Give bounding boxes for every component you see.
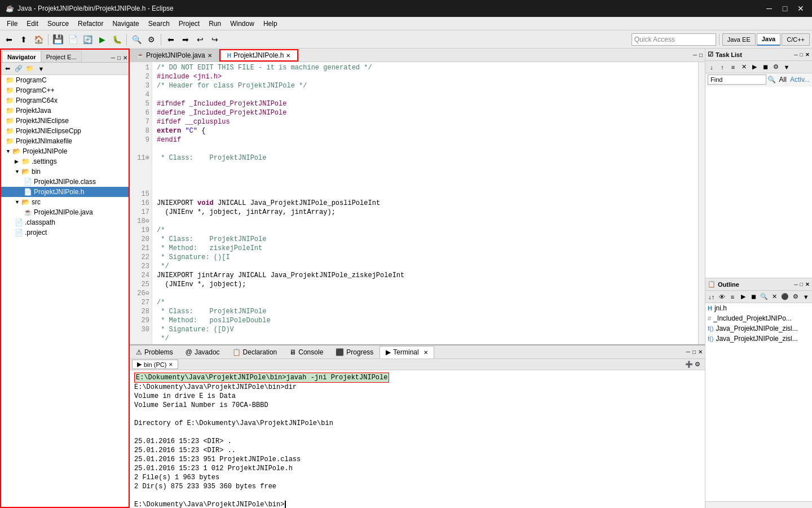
- task-find-input[interactable]: Find: [708, 75, 766, 85]
- toolbar-run-button[interactable]: ▶: [95, 33, 109, 46]
- outline-delete-icon[interactable]: ✕: [770, 292, 780, 302]
- terminal-close-icon[interactable]: ✕: [423, 349, 428, 356]
- task-settings-icon[interactable]: ⚙: [771, 62, 781, 72]
- tree-item-projektjava[interactable]: 📁 ProjektJava: [1, 106, 129, 116]
- minimize-button[interactable]: ─: [764, 4, 775, 13]
- project-tree[interactable]: 📁 ProgramC 📁 ProgramC++ 📁 ProgramC64x 📁: [1, 75, 129, 507]
- project-explorer-tab[interactable]: Project E...: [41, 51, 82, 62]
- toolbar-prev-button[interactable]: ⬅: [164, 33, 178, 46]
- tree-item-projektjnipole[interactable]: ▼ 📂 ProjektJNIPole: [1, 146, 129, 156]
- task-stop-icon[interactable]: ◼: [760, 62, 770, 72]
- terminal-content[interactable]: E:\Dokumenty\Java\ProjektJNIPole\bin>jav…: [130, 370, 705, 508]
- filter-active-button[interactable]: Activ...: [790, 76, 810, 84]
- editor-maximize-icon[interactable]: □: [699, 52, 703, 58]
- close-button[interactable]: ✕: [795, 4, 806, 13]
- outline-scrollbar-h[interactable]: [705, 501, 812, 508]
- outline-func1[interactable]: f() Java_ProjektJNIPole_zisl...: [705, 323, 812, 334]
- tab-java-file[interactable]: ☕ ProjektJNIPole.java ✕: [130, 49, 219, 62]
- tree-item-class[interactable]: 📄 ProjektJNIPole.class: [1, 177, 129, 187]
- toolbar-undo-button[interactable]: ↩: [193, 33, 207, 46]
- task-list-maximize-icon[interactable]: □: [800, 52, 803, 58]
- bottom-maximize-icon[interactable]: □: [692, 349, 696, 355]
- outline-sort-icon[interactable]: ↓↑: [707, 292, 717, 302]
- toolbar-settings-button[interactable]: ⚙: [144, 33, 158, 46]
- tree-item-programc64x[interactable]: 📁 ProgramC64x: [1, 95, 129, 106]
- outline-maximize-icon[interactable]: □: [800, 282, 803, 287]
- menu-refactor[interactable]: Refactor: [73, 19, 108, 29]
- outline-jni-h[interactable]: H jni.h: [705, 303, 812, 313]
- toolbar-search-button[interactable]: 🔍: [130, 33, 143, 46]
- tree-item-classpath[interactable]: 📄 .classpath: [1, 217, 129, 227]
- terminal-tab-close[interactable]: ✕: [169, 362, 173, 367]
- maximize-button[interactable]: □: [779, 4, 791, 13]
- toolbar-forward-button[interactable]: ⬆: [17, 33, 30, 46]
- menu-file[interactable]: File: [2, 19, 22, 29]
- outline-dot-icon[interactable]: ⚫: [780, 292, 790, 302]
- tab-h-close[interactable]: ✕: [286, 52, 290, 59]
- toolbar-redo-button[interactable]: ↪: [208, 33, 222, 46]
- editor-minimize-icon[interactable]: ─: [693, 52, 697, 58]
- outline-func2[interactable]: f() Java_ProjektJNIPole_zisl...: [705, 334, 812, 344]
- tree-item-settings[interactable]: ▶ 📁 .settings: [1, 156, 129, 167]
- tab-javadoc[interactable]: @ Javadoc: [179, 346, 226, 358]
- outline-stop-icon[interactable]: ◼: [748, 292, 758, 302]
- toolbar-refresh-button[interactable]: 🔄: [81, 33, 94, 46]
- terminal-bin-tab[interactable]: ▶ bin (PC) ✕: [132, 360, 178, 369]
- toolbar-new-button[interactable]: 📄: [66, 33, 80, 46]
- task-list-close-icon[interactable]: ✕: [805, 52, 810, 58]
- tree-item-projektjnieclipsecpp[interactable]: 📁 ProjektJNIEclipseCpp: [1, 126, 129, 136]
- tree-item-project[interactable]: 📄 .project: [1, 227, 129, 238]
- menu-window[interactable]: Window: [226, 19, 259, 29]
- term-settings-icon[interactable]: ⚙: [695, 361, 700, 368]
- collapse-all-button[interactable]: ⬅: [2, 64, 12, 74]
- toolbar-back-button[interactable]: ⬅: [2, 33, 16, 46]
- filter-all-button[interactable]: All: [779, 76, 787, 84]
- panel-maximize-icon[interactable]: □: [117, 55, 121, 61]
- tree-item-programc[interactable]: 📁 ProgramC: [1, 75, 129, 85]
- outline-close-icon[interactable]: ✕: [805, 282, 810, 287]
- code-content[interactable]: /* DO NOT EDIT THIS FILE - it is machine…: [152, 62, 698, 344]
- tree-item-bin[interactable]: ▼ 📂 bin: [1, 167, 129, 177]
- task-filter-icon[interactable]: ≡: [728, 62, 738, 72]
- tree-item-projektjnimakefile[interactable]: 📁 ProjektJNImakefile: [1, 136, 129, 146]
- menu-project[interactable]: Project: [174, 19, 204, 29]
- task-delete-icon[interactable]: ✕: [739, 62, 749, 72]
- panel-minimize-icon[interactable]: ─: [111, 55, 115, 61]
- menu-run[interactable]: Run: [204, 19, 226, 29]
- menu-search[interactable]: Search: [144, 19, 174, 29]
- outline-included[interactable]: # _Included_ProjektJNIPo...: [705, 313, 812, 323]
- navigator-tab[interactable]: Navigator: [2, 51, 41, 62]
- perspective-javaee-button[interactable]: Java EE: [722, 33, 756, 46]
- tab-terminal[interactable]: ▶ Terminal ✕: [379, 346, 434, 358]
- tab-console[interactable]: 🖥 Console: [283, 346, 329, 358]
- tab-declaration[interactable]: 📋 Declaration: [226, 346, 284, 358]
- quick-access-input[interactable]: Quick Access: [632, 33, 716, 46]
- task-list-minimize-icon[interactable]: ─: [794, 52, 797, 58]
- code-editor[interactable]: 1 2 3 4 5 6 7 8 9 11⊕ 15 16 17: [130, 62, 705, 344]
- menu-navigate[interactable]: Navigate: [108, 19, 143, 29]
- bottom-minimize-icon[interactable]: ─: [686, 349, 690, 355]
- toolbar-next-button[interactable]: ➡: [179, 33, 192, 46]
- outline-collapse-icon[interactable]: ≡: [727, 292, 738, 302]
- menu-help[interactable]: Help: [259, 19, 282, 29]
- bottom-close-icon[interactable]: ✕: [698, 349, 703, 355]
- outline-filter-icon[interactable]: 🔍: [759, 292, 769, 302]
- outline-minimize-icon[interactable]: ─: [794, 282, 797, 287]
- perspective-java-button[interactable]: Java: [757, 33, 780, 46]
- perspective-cpp-button[interactable]: C/C++: [782, 33, 810, 46]
- menu-source[interactable]: Source: [43, 19, 73, 29]
- panel-close-icon[interactable]: ✕: [123, 55, 127, 61]
- tree-item-java[interactable]: ☕ ProjektJNIPole.java: [1, 207, 129, 217]
- tab-java-close[interactable]: ✕: [208, 52, 212, 59]
- outline-down-icon[interactable]: ▼: [801, 292, 811, 302]
- menu-edit[interactable]: Edit: [22, 19, 43, 29]
- tree-item-programcpp[interactable]: 📁 ProgramC++: [1, 85, 129, 95]
- task-collapse-icon[interactable]: ↓: [707, 62, 717, 72]
- tab-problems[interactable]: ⚠ Problems: [130, 346, 179, 358]
- editor-scrollbar-v[interactable]: [698, 62, 705, 344]
- term-new-icon[interactable]: ➕: [685, 361, 693, 368]
- outline-gear-icon[interactable]: ⚙: [791, 292, 801, 302]
- find-icon[interactable]: 🔍: [767, 76, 776, 84]
- tab-progress[interactable]: ⬛ Progress: [329, 346, 379, 358]
- task-expand-icon[interactable]: ↑: [717, 62, 727, 72]
